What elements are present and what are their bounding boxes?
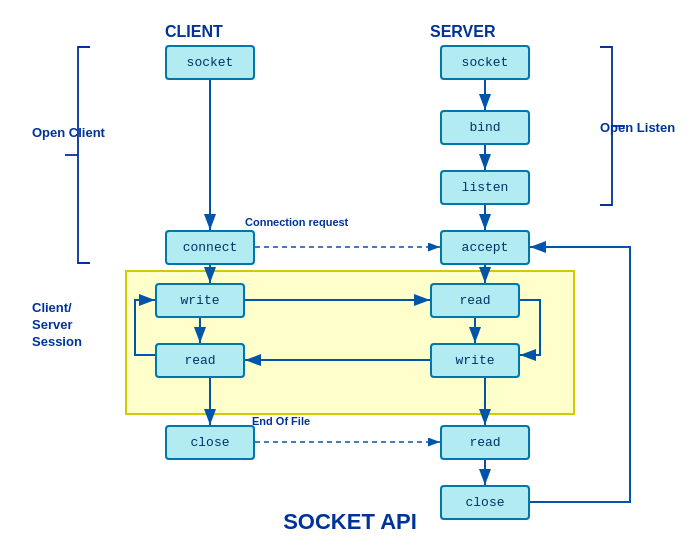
client-header-label: CLIENT (165, 23, 223, 41)
server-header-label: SERVER (430, 23, 496, 41)
connect-box: connect (165, 230, 255, 265)
server-socket-box: socket (440, 45, 530, 80)
end-of-file-label: End Of File (252, 415, 310, 427)
listen-box: listen (440, 170, 530, 205)
page-title: SOCKET API (10, 509, 690, 535)
open-listen-label: Open Listen (600, 120, 675, 135)
client-read-box: read (155, 343, 245, 378)
bind-box: bind (440, 110, 530, 145)
connection-request-label: Connection request (245, 215, 348, 229)
server-write-box: write (430, 343, 520, 378)
accept-box: accept (440, 230, 530, 265)
client-close-box: close (165, 425, 255, 460)
client-write-box: write (155, 283, 245, 318)
server-read2-box: read (440, 425, 530, 460)
server-read-box: read (430, 283, 520, 318)
session-label: Client/ Server Session (32, 300, 82, 351)
diagram-container: CLIENT SERVER Open Client Open Listen Cl… (10, 5, 690, 545)
open-client-label: Open Client (32, 125, 105, 140)
client-socket-box: socket (165, 45, 255, 80)
